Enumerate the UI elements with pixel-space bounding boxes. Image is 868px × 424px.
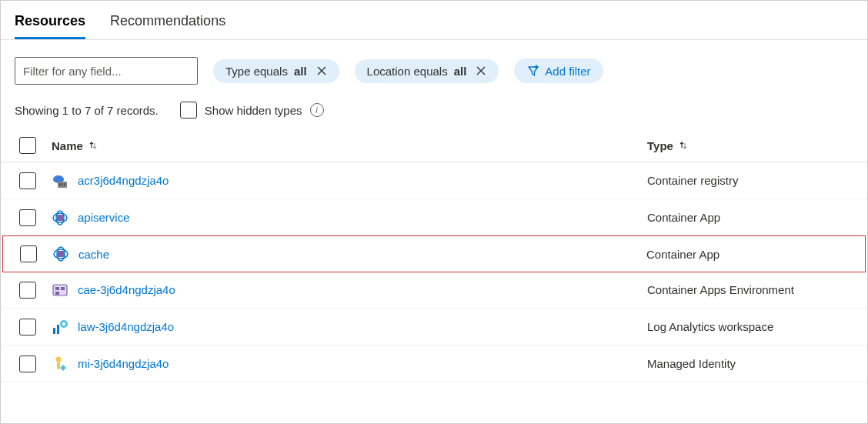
svg-rect-2 — [59, 183, 61, 186]
resource-type: Container App — [646, 248, 853, 261]
column-header-name[interactable]: Name — [50, 139, 647, 152]
add-filter-button[interactable]: Add filter — [514, 58, 603, 83]
svg-rect-14 — [55, 292, 59, 295]
column-header-name-label: Name — [52, 139, 83, 152]
resource-type: Container Apps Environment — [647, 283, 853, 296]
select-all-checkbox[interactable] — [19, 137, 36, 154]
column-header-type-label: Type — [647, 139, 673, 152]
resource-link[interactable]: mi-3j6d4ngdzja4o — [78, 357, 169, 370]
svg-rect-16 — [57, 325, 59, 334]
info-icon[interactable]: i — [310, 103, 324, 117]
filter-pill-type[interactable]: Type equals all — [213, 59, 339, 83]
filter-pill-prefix: Type equals — [225, 65, 288, 78]
filter-pill-value: all — [294, 65, 307, 78]
container-registry-icon — [52, 172, 68, 189]
table-row: apiservice Container App — [1, 199, 867, 236]
show-hidden-types-checkbox[interactable] — [180, 102, 197, 119]
svg-rect-10 — [58, 251, 64, 257]
filter-input[interactable] — [15, 57, 198, 85]
resource-link[interactable]: apiservice — [78, 211, 130, 224]
tabs: Resources Recommendations — [1, 1, 867, 40]
records-summary-row: Showing 1 to 7 of 7 records. Show hidden… — [1, 85, 867, 129]
svg-rect-4 — [64, 183, 65, 186]
resources-table: Name Type acr3j6d4ngdzja4o Container reg… — [1, 129, 867, 382]
table-row: cae-3j6d4ngdzja4o Container Apps Environ… — [1, 272, 867, 309]
resource-link[interactable]: law-3j6d4ngdzja4o — [78, 320, 174, 333]
svg-point-19 — [56, 356, 62, 362]
resource-link[interactable]: cache — [78, 248, 109, 261]
svg-rect-12 — [55, 287, 59, 290]
svg-rect-3 — [62, 183, 63, 186]
svg-marker-21 — [60, 365, 66, 371]
filter-pill-location[interactable]: Location equals all — [355, 59, 499, 83]
svg-rect-11 — [53, 285, 67, 295]
resource-type: Container App — [647, 211, 853, 224]
managed-identity-icon — [52, 356, 68, 372]
svg-point-18 — [62, 322, 65, 325]
table-row: mi-3j6d4ngdzja4o Managed Identity — [1, 346, 867, 382]
row-checkbox[interactable] — [19, 282, 36, 299]
add-filter-icon — [526, 64, 540, 78]
row-checkbox[interactable] — [19, 319, 36, 336]
svg-rect-15 — [53, 328, 55, 334]
tab-resources[interactable]: Resources — [15, 7, 85, 39]
svg-rect-20 — [57, 362, 60, 369]
sort-icon — [678, 140, 689, 151]
filter-row: Type equals all Location equals all Add … — [1, 40, 867, 85]
filter-pill-value: all — [454, 65, 467, 78]
resource-type: Managed Identity — [647, 357, 853, 370]
row-checkbox[interactable] — [20, 245, 37, 262]
add-filter-label: Add filter — [545, 65, 590, 78]
resource-type: Container registry — [647, 174, 853, 187]
resource-link[interactable]: cae-3j6d4ngdzja4o — [78, 283, 175, 296]
filter-pill-prefix: Location equals — [367, 65, 448, 78]
resource-type: Log Analytics workspace — [647, 320, 853, 333]
svg-rect-7 — [57, 215, 63, 221]
close-icon[interactable] — [316, 65, 327, 76]
show-hidden-types-label: Show hidden types — [205, 104, 302, 117]
container-apps-env-icon — [52, 282, 68, 299]
table-row: acr3j6d4ngdzja4o Container registry — [1, 162, 867, 199]
log-analytics-icon — [52, 319, 68, 336]
show-hidden-types: Show hidden types i — [180, 102, 324, 119]
tab-recommendations[interactable]: Recommendations — [110, 7, 225, 39]
table-row: law-3j6d4ngdzja4o Log Analytics workspac… — [1, 309, 867, 346]
row-checkbox[interactable] — [19, 172, 36, 189]
column-header-type[interactable]: Type — [647, 139, 853, 152]
sort-icon — [88, 140, 98, 151]
table-row: cache Container App — [2, 235, 866, 272]
resource-link[interactable]: acr3j6d4ngdzja4o — [78, 174, 169, 187]
close-icon[interactable] — [476, 65, 486, 76]
row-checkbox[interactable] — [19, 209, 36, 226]
container-app-icon — [52, 245, 69, 262]
records-count-text: Showing 1 to 7 of 7 records. — [15, 104, 159, 117]
table-header: Name Type — [1, 129, 867, 162]
row-checkbox[interactable] — [19, 356, 36, 372]
svg-rect-13 — [61, 287, 65, 290]
container-app-icon — [52, 209, 68, 226]
